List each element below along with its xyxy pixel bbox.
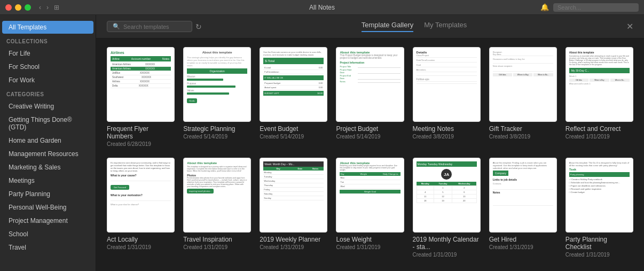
- search-icon: 🔍: [113, 23, 120, 30]
- template-name-act-locally: Act Locally: [107, 236, 175, 243]
- search-templates-container: 🔍: [107, 21, 192, 32]
- maximize-window-button[interactable]: [25, 4, 31, 11]
- template-name-meeting-notes: Meeting Notes: [413, 125, 481, 133]
- template-thumb-weekly-planner: Week: Month Day – Mo... DayDateNotes Mon…: [260, 158, 327, 233]
- template-card-act-locally[interactable]: It's important to care about your commun…: [107, 158, 175, 258]
- sidebar-item-party-planning[interactable]: Party Planning: [2, 188, 93, 200]
- template-date-get-hired: Created 1/31/2019: [489, 244, 557, 250]
- template-thumb-lose-weight: About this template Reaching your ideal …: [336, 158, 404, 233]
- window-title: All Notes: [309, 4, 335, 11]
- template-thumb-get-hired: About this template: Finding a job is ea…: [489, 158, 557, 233]
- sidebar-item-personal-wellbeing[interactable]: Personal Well-Being: [2, 201, 93, 214]
- template-thumb-gift-tracker: Recipient: Key dates: Occasions and hobb…: [489, 47, 557, 122]
- sidebar-item-home-garden[interactable]: Home and Garden: [2, 134, 93, 147]
- template-date-party-planning-checklist: Created 1/31/2019: [566, 252, 633, 258]
- template-thumb-strategic-planning: About this template This strategic plann…: [183, 47, 251, 122]
- template-card-travel-inspiration[interactable]: About this template This template is des…: [183, 158, 251, 258]
- tab-template-gallery[interactable]: Template Gallery: [362, 21, 414, 32]
- template-card-reflect-correct[interactable]: About this template Consistency is essen…: [566, 47, 633, 147]
- gallery-header: 🔍 ↻ Template Gallery My Templates ✕: [96, 15, 644, 38]
- template-name-event-budget: Event Budget: [260, 125, 327, 133]
- search-templates-input[interactable]: [123, 24, 187, 30]
- template-card-get-hired[interactable]: About this template: Finding a job is ea…: [489, 158, 557, 258]
- close-gallery-button[interactable]: ✕: [626, 21, 633, 32]
- template-name-travel-inspiration: Travel Inspiration: [183, 236, 251, 243]
- main-container: All Templates COLLECTIONS For Life For S…: [0, 15, 644, 271]
- template-card-event-budget[interactable]: Use the Evernote camera on your mobile d…: [260, 47, 327, 147]
- content-area: 🔍 ↻ Template Gallery My Templates ✕: [96, 15, 644, 271]
- template-date-travel-inspiration: Created 1/31/2019: [183, 244, 251, 250]
- template-card-project-budget[interactable]: About this template This Project Budget …: [336, 47, 404, 147]
- sidebar-item-meetings[interactable]: Meetings: [2, 174, 93, 187]
- template-card-lose-weight[interactable]: About this template Reaching your ideal …: [336, 158, 404, 258]
- template-name-frequent-flyer: Frequent Flyer Numbers: [107, 125, 175, 140]
- refresh-button[interactable]: ↻: [195, 22, 202, 31]
- template-card-monthly-calendar[interactable]: Monday Tuesday Wednesday JA MondayTuesda…: [413, 158, 481, 258]
- window-controls: [5, 4, 31, 11]
- sidebar-item-project-management[interactable]: Project Management: [2, 214, 93, 227]
- template-card-meeting-notes[interactable]: Details Class/Project Date/Time/Location…: [413, 47, 481, 147]
- template-card-frequent-flyer[interactable]: Airlines AirlineAccount numberNotes Amer…: [107, 47, 175, 147]
- template-date-weekly-planner: Created 1/31/2019: [260, 244, 327, 250]
- more-nav-icon[interactable]: ⊞: [52, 4, 61, 11]
- title-bar: ‹ › ⊞ All Notes 🔔: [0, 0, 644, 15]
- collections-section-title: COLLECTIONS: [0, 34, 96, 47]
- template-thumb-meeting-notes: Details Class/Project Date/Time/Location…: [413, 47, 481, 122]
- close-window-button[interactable]: [5, 4, 12, 11]
- sidebar-item-gtd[interactable]: Getting Things Done® (GTD): [2, 113, 93, 134]
- template-date-act-locally: Created 1/31/2019: [107, 244, 175, 250]
- categories-section-title: CATEGORIES: [0, 87, 96, 99]
- templates-grid: Airlines AirlineAccount numberNotes Amer…: [96, 38, 644, 271]
- template-card-weekly-planner[interactable]: Week: Month Day – Mo... DayDateNotes Mon…: [260, 158, 327, 258]
- template-name-weekly-planner: 2019 Weekly Planner: [260, 236, 327, 243]
- template-thumb-act-locally: It's important to care about your commun…: [107, 158, 175, 233]
- template-card-party-planning-checklist[interactable]: About this template: The Go-G is designe…: [566, 158, 633, 258]
- title-bar-right: 🔔: [540, 3, 639, 12]
- sidebar-item-for-work[interactable]: For Work: [2, 74, 93, 87]
- sidebar-item-creative-writing[interactable]: Creative Writing: [2, 100, 93, 113]
- template-thumb-reflect-correct: About this template Consistency is essen…: [566, 47, 633, 122]
- template-date-reflect-correct: Created 1/31/2019: [566, 134, 633, 140]
- template-row-1: Airlines AirlineAccount numberNotes Amer…: [107, 47, 633, 147]
- global-search-input[interactable]: [553, 3, 639, 12]
- template-name-party-planning-checklist: Party Planning Checklist: [566, 236, 633, 251]
- tab-my-templates[interactable]: My Templates: [424, 21, 467, 32]
- template-thumb-frequent-flyer: Airlines AirlineAccount numberNotes Amer…: [107, 47, 175, 122]
- template-name-strategic-planning: Strategic Planning: [183, 125, 251, 133]
- template-thumb-project-budget: About this template This Project Budget …: [336, 47, 404, 122]
- template-name-project-budget: Project Budget: [336, 125, 404, 133]
- sidebar: All Templates COLLECTIONS For Life For S…: [0, 15, 96, 271]
- header-tabs: Template Gallery My Templates: [202, 21, 626, 32]
- template-card-strategic-planning[interactable]: About this template This strategic plann…: [183, 47, 251, 147]
- template-name-reflect-correct: Reflect and Correct: [566, 125, 633, 133]
- bell-icon[interactable]: 🔔: [540, 3, 549, 11]
- sidebar-item-for-life[interactable]: For Life: [2, 47, 93, 60]
- template-date-project-budget: Created 5/14/2019: [336, 134, 404, 140]
- template-date-monthly-calendar: Created 1/31/2019: [413, 252, 481, 258]
- template-date-strategic-planning: Created 5/14/2019: [183, 134, 251, 140]
- template-date-frequent-flyer: Created 6/28/2019: [107, 141, 175, 147]
- nav-arrows: ‹ › ⊞: [37, 4, 61, 11]
- template-card-gift-tracker[interactable]: Recipient: Key dates: Occasions and hobb…: [489, 47, 557, 147]
- template-date-lose-weight: Created 1/31/2019: [336, 244, 404, 250]
- minimize-window-button[interactable]: [15, 4, 21, 11]
- template-date-event-budget: Created 5/14/2019: [260, 134, 327, 140]
- template-thumb-monthly-calendar: Monday Tuesday Wednesday JA MondayTuesda…: [413, 158, 481, 233]
- sidebar-item-for-school[interactable]: For School: [2, 60, 93, 73]
- template-name-monthly-calendar: 2019 Monthly Calendar - sta...: [413, 236, 481, 251]
- template-thumb-party-planning-checklist: About this template: The Go-G is designe…: [566, 158, 633, 233]
- sidebar-item-marketing[interactable]: Marketing & Sales: [2, 161, 93, 174]
- forward-arrow-icon[interactable]: ›: [45, 4, 50, 11]
- template-name-gift-tracker: Gift Tracker: [489, 125, 557, 133]
- template-name-lose-weight: Lose Weight: [336, 236, 404, 243]
- template-thumb-travel-inspiration: About this template This template is des…: [183, 158, 251, 233]
- sidebar-item-all-templates[interactable]: All Templates: [2, 21, 93, 34]
- sidebar-item-management[interactable]: Management Resources: [2, 148, 93, 160]
- template-thumb-event-budget: Use the Evernote camera on your mobile d…: [260, 47, 327, 122]
- template-date-meeting-notes: Created 3/8/2019: [413, 134, 481, 140]
- sidebar-item-school[interactable]: School: [2, 228, 93, 241]
- template-row-2: It's important to care about your commun…: [107, 158, 633, 258]
- back-arrow-icon[interactable]: ‹: [37, 4, 43, 11]
- sidebar-item-travel[interactable]: Travel: [2, 241, 93, 254]
- template-date-gift-tracker: Created 3/8/2019: [489, 134, 557, 140]
